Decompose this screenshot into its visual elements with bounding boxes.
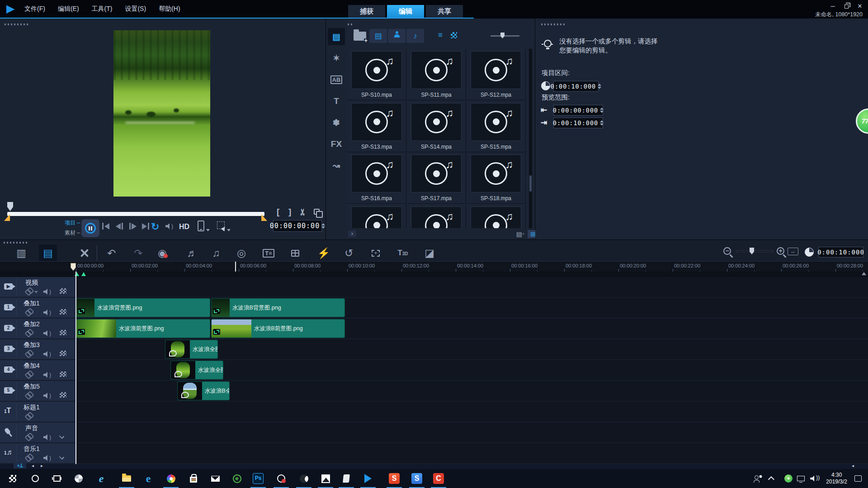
timeline-tool-sound-mixer-icon[interactable]: ♬ <box>183 244 201 262</box>
timeline-clip[interactable]: 水波浪前景图.png <box>76 319 210 338</box>
taskbar-alarm-capture-icon[interactable] <box>275 472 288 485</box>
waveform-toggle-icon[interactable] <box>59 434 64 439</box>
track-header-叠加5[interactable]: 5叠加5) <box>0 381 75 401</box>
transparency-icon[interactable] <box>60 288 66 294</box>
taskbar-start-icon[interactable] <box>6 472 19 485</box>
menu-帮助(H)[interactable]: 帮助(H) <box>159 5 180 13</box>
taskbar-color-wheel-app-icon[interactable] <box>165 472 177 485</box>
taskbar-videostudio-icon[interactable] <box>362 472 374 485</box>
shuttle-marker[interactable] <box>7 202 13 211</box>
enlarge-select-icon[interactable] <box>217 221 225 229</box>
link-toggle-icon[interactable] <box>25 329 33 336</box>
tab-共享[interactable]: 共享 <box>426 5 463 18</box>
thumbnail-view-button[interactable] <box>451 32 457 38</box>
media-item[interactable]: ♫SP-S15.mpa <box>467 101 526 152</box>
range-end-field[interactable]: 0:00:10:000 <box>553 117 603 128</box>
add-track-button[interactable]: +ꓕ <box>14 463 26 469</box>
taskbar-pinwheel-app-icon[interactable] <box>72 472 85 485</box>
menu-文件(F)[interactable]: 文件(F) <box>24 5 45 13</box>
track-header-音乐1[interactable]: 1♬音乐1) <box>0 443 75 463</box>
track-header-叠加3[interactable]: 3叠加3) <box>0 339 75 359</box>
menu-工具(T)[interactable]: 工具(T) <box>92 5 113 13</box>
network-icon[interactable] <box>797 476 805 481</box>
go-end-button[interactable] <box>142 223 149 230</box>
taskbar-green-browser-icon[interactable]: e <box>231 472 243 485</box>
track-header-标题1[interactable]: 1T标题1 <box>0 402 75 422</box>
media-item[interactable]: ♫ <box>347 204 406 229</box>
library-tool-filter[interactable]: FX <box>328 136 345 153</box>
link-toggle-icon[interactable] <box>25 413 33 419</box>
antivirus-shield-icon[interactable]: + <box>784 474 793 483</box>
link-toggle-icon[interactable] <box>25 433 33 440</box>
panel-drag-handle[interactable] <box>541 23 565 25</box>
media-item[interactable]: ♫SP-S11.mpa <box>407 49 466 100</box>
device-preview-icon[interactable] <box>198 221 204 231</box>
link-toggle-icon[interactable] <box>25 392 33 398</box>
taskbar-paper-3d-viewer-icon[interactable] <box>340 472 353 485</box>
tab-捕获[interactable]: 捕获 <box>348 5 385 18</box>
track-mute-icon[interactable]: ) <box>43 351 51 359</box>
preview-timecode[interactable]: 00:00:00:00 <box>273 220 322 232</box>
timeline-tool-edit-tools-icon[interactable] <box>75 244 93 262</box>
timeline-clip[interactable]: 水波浪全图.png <box>165 340 218 359</box>
taskbar-mail-icon[interactable] <box>209 472 222 485</box>
marker-strip[interactable] <box>0 272 868 277</box>
track-mute-icon[interactable]: ) <box>43 434 51 442</box>
panel-drag-handle[interactable] <box>4 242 27 244</box>
library-scrollbar[interactable] <box>529 49 532 228</box>
taskbar-photoshop-icon[interactable]: Ps <box>252 472 264 485</box>
track-header-叠加2[interactable]: 2叠加2) <box>0 319 75 338</box>
timeline-tool-painter-icon[interactable]: ◪ <box>420 244 439 262</box>
timecode-spinner[interactable] <box>321 223 325 229</box>
track-scroll-up-arrow[interactable] <box>862 272 866 275</box>
scroll-left-button[interactable]: ◂ <box>32 463 34 468</box>
project-duration-field[interactable]: 0:00:10:000 <box>553 81 599 92</box>
taskbar-photos-icon[interactable] <box>319 472 332 485</box>
mark-in-button[interactable]: [ <box>277 207 279 217</box>
timeline-tool-auto-music-icon[interactable]: ♫ <box>207 244 225 262</box>
media-item[interactable]: ♫SP-S12.mpa <box>467 49 526 100</box>
video-filter-button[interactable]: ▤ <box>369 29 387 43</box>
library-tool-motion-path[interactable]: ↝ <box>328 157 345 174</box>
restore-button[interactable] <box>843 3 850 10</box>
taskbar-store-icon[interactable] <box>187 472 200 485</box>
assistant-badge[interactable]: 77 <box>856 108 868 134</box>
taskbar-internet-explorer-icon[interactable]: e <box>95 472 108 485</box>
expand-library-button[interactable]: › <box>348 230 356 237</box>
timeline-tool-undo-icon[interactable]: ↶ <box>103 244 121 262</box>
media-item[interactable]: ♫SP-S18.mpa <box>467 152 526 204</box>
people-icon[interactable] <box>754 475 763 482</box>
panel-drag-handle[interactable] <box>5 23 28 25</box>
transparency-icon[interactable] <box>60 309 66 314</box>
tray-expand-chevron[interactable] <box>768 476 774 483</box>
timeline-ruler[interactable]: 00:00:00:0000:00:02:0000:00:04:0000:00:0… <box>0 261 868 272</box>
track-mute-icon[interactable]: ) <box>43 392 51 400</box>
link-toggle-icon[interactable] <box>25 454 33 460</box>
track-header-叠加4[interactable]: 4叠加4) <box>0 360 75 380</box>
range-end-spinner[interactable] <box>600 120 604 126</box>
audio-filter-button[interactable]: ♪ <box>406 29 424 43</box>
library-tool-title[interactable]: T <box>328 93 345 110</box>
media-item[interactable]: ♫SP-S10.mpa <box>347 49 406 100</box>
timeline-tool-timeline-view-icon[interactable]: ▤ <box>39 244 57 262</box>
menu-编辑(E)[interactable]: 编辑(E) <box>58 5 79 13</box>
media-item[interactable]: ♫SP-S17.mpa <box>407 152 466 204</box>
taskbar-sogou-s-icon[interactable]: S <box>388 472 401 485</box>
timeline-zoom-slider[interactable] <box>736 250 773 252</box>
media-item[interactable]: ♫SP-S14.mpa <box>407 101 466 152</box>
media-item[interactable]: ♫SP-S13.mpa <box>347 101 406 152</box>
media-item[interactable]: ♫ <box>467 204 526 229</box>
scrollbar-thumb[interactable] <box>529 175 532 192</box>
library-tool-instant-project[interactable]: ✶ <box>328 50 345 67</box>
taskbar-task-view-icon[interactable] <box>51 472 63 485</box>
track-header-声音[interactable]: 声音) <box>0 422 75 442</box>
enlarge-preview-button[interactable] <box>314 209 320 215</box>
next-frame-button[interactable] <box>129 223 137 230</box>
add-to-timeline-icon[interactable]: ▤+ <box>515 230 526 238</box>
timeline-clip[interactable]: 水波浪全图.png <box>170 361 223 380</box>
library-tool-media-gallery[interactable]: ▤ <box>328 28 345 45</box>
split-clip-button[interactable]: ✂ <box>297 209 308 216</box>
play-button[interactable] <box>81 219 99 237</box>
list-view-button[interactable]: ≡ <box>438 31 443 40</box>
transparency-icon[interactable] <box>60 371 66 377</box>
